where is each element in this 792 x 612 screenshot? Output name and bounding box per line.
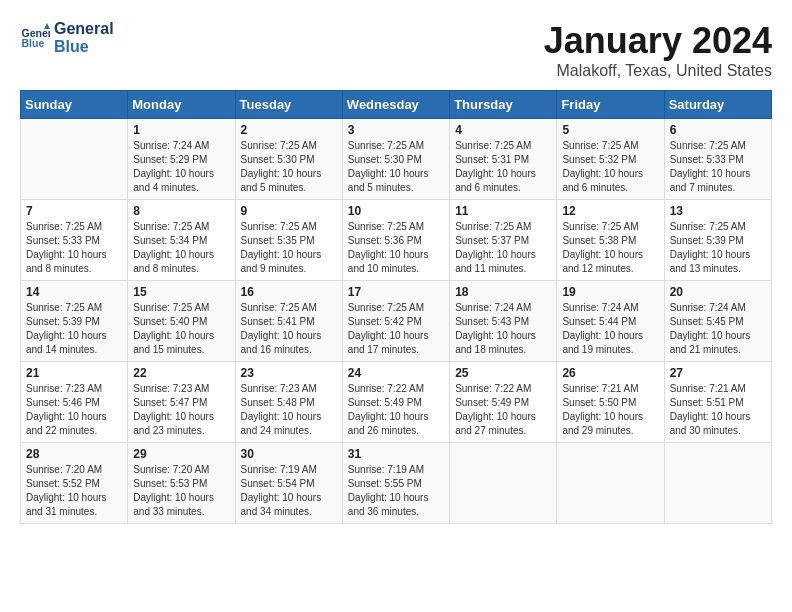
calendar-cell: 3Sunrise: 7:25 AM Sunset: 5:30 PM Daylig… [342, 119, 449, 200]
day-info: Sunrise: 7:25 AM Sunset: 5:31 PM Dayligh… [455, 139, 551, 195]
day-info: Sunrise: 7:25 AM Sunset: 5:30 PM Dayligh… [241, 139, 337, 195]
day-number: 18 [455, 285, 551, 299]
day-number: 5 [562, 123, 658, 137]
day-info: Sunrise: 7:19 AM Sunset: 5:54 PM Dayligh… [241, 463, 337, 519]
calendar-cell: 30Sunrise: 7:19 AM Sunset: 5:54 PM Dayli… [235, 443, 342, 524]
day-number: 6 [670, 123, 766, 137]
day-number: 16 [241, 285, 337, 299]
calendar-cell: 1Sunrise: 7:24 AM Sunset: 5:29 PM Daylig… [128, 119, 235, 200]
day-info: Sunrise: 7:25 AM Sunset: 5:39 PM Dayligh… [670, 220, 766, 276]
weekday-header-friday: Friday [557, 91, 664, 119]
day-number: 26 [562, 366, 658, 380]
day-info: Sunrise: 7:24 AM Sunset: 5:44 PM Dayligh… [562, 301, 658, 357]
day-number: 11 [455, 204, 551, 218]
calendar-cell: 13Sunrise: 7:25 AM Sunset: 5:39 PM Dayli… [664, 200, 771, 281]
day-info: Sunrise: 7:23 AM Sunset: 5:47 PM Dayligh… [133, 382, 229, 438]
day-number: 25 [455, 366, 551, 380]
calendar-cell: 16Sunrise: 7:25 AM Sunset: 5:41 PM Dayli… [235, 281, 342, 362]
calendar-cell: 20Sunrise: 7:24 AM Sunset: 5:45 PM Dayli… [664, 281, 771, 362]
day-info: Sunrise: 7:25 AM Sunset: 5:34 PM Dayligh… [133, 220, 229, 276]
day-number: 15 [133, 285, 229, 299]
calendar-week-row: 7Sunrise: 7:25 AM Sunset: 5:33 PM Daylig… [21, 200, 772, 281]
calendar-cell: 6Sunrise: 7:25 AM Sunset: 5:33 PM Daylig… [664, 119, 771, 200]
day-info: Sunrise: 7:24 AM Sunset: 5:45 PM Dayligh… [670, 301, 766, 357]
logo-line1: General [54, 20, 114, 38]
page-header: General Blue General Blue January 2024 M… [20, 20, 772, 80]
calendar-cell: 15Sunrise: 7:25 AM Sunset: 5:40 PM Dayli… [128, 281, 235, 362]
calendar-cell: 24Sunrise: 7:22 AM Sunset: 5:49 PM Dayli… [342, 362, 449, 443]
calendar-cell: 9Sunrise: 7:25 AM Sunset: 5:35 PM Daylig… [235, 200, 342, 281]
day-info: Sunrise: 7:19 AM Sunset: 5:55 PM Dayligh… [348, 463, 444, 519]
calendar-cell: 12Sunrise: 7:25 AM Sunset: 5:38 PM Dayli… [557, 200, 664, 281]
day-info: Sunrise: 7:25 AM Sunset: 5:42 PM Dayligh… [348, 301, 444, 357]
day-number: 21 [26, 366, 122, 380]
day-number: 10 [348, 204, 444, 218]
logo-icon: General Blue [20, 23, 50, 53]
day-number: 19 [562, 285, 658, 299]
day-info: Sunrise: 7:25 AM Sunset: 5:39 PM Dayligh… [26, 301, 122, 357]
weekday-header-wednesday: Wednesday [342, 91, 449, 119]
calendar-cell: 10Sunrise: 7:25 AM Sunset: 5:36 PM Dayli… [342, 200, 449, 281]
day-info: Sunrise: 7:23 AM Sunset: 5:46 PM Dayligh… [26, 382, 122, 438]
day-info: Sunrise: 7:25 AM Sunset: 5:37 PM Dayligh… [455, 220, 551, 276]
calendar-cell [450, 443, 557, 524]
day-number: 29 [133, 447, 229, 461]
day-number: 7 [26, 204, 122, 218]
day-number: 9 [241, 204, 337, 218]
svg-text:Blue: Blue [22, 37, 45, 49]
weekday-header-thursday: Thursday [450, 91, 557, 119]
day-info: Sunrise: 7:25 AM Sunset: 5:33 PM Dayligh… [670, 139, 766, 195]
day-number: 3 [348, 123, 444, 137]
day-info: Sunrise: 7:22 AM Sunset: 5:49 PM Dayligh… [348, 382, 444, 438]
day-number: 30 [241, 447, 337, 461]
day-info: Sunrise: 7:21 AM Sunset: 5:50 PM Dayligh… [562, 382, 658, 438]
calendar-cell: 27Sunrise: 7:21 AM Sunset: 5:51 PM Dayli… [664, 362, 771, 443]
day-info: Sunrise: 7:25 AM Sunset: 5:32 PM Dayligh… [562, 139, 658, 195]
calendar-cell [664, 443, 771, 524]
day-info: Sunrise: 7:21 AM Sunset: 5:51 PM Dayligh… [670, 382, 766, 438]
day-number: 31 [348, 447, 444, 461]
day-number: 27 [670, 366, 766, 380]
day-info: Sunrise: 7:24 AM Sunset: 5:43 PM Dayligh… [455, 301, 551, 357]
calendar-cell: 8Sunrise: 7:25 AM Sunset: 5:34 PM Daylig… [128, 200, 235, 281]
calendar-cell: 22Sunrise: 7:23 AM Sunset: 5:47 PM Dayli… [128, 362, 235, 443]
day-number: 28 [26, 447, 122, 461]
calendar-cell: 31Sunrise: 7:19 AM Sunset: 5:55 PM Dayli… [342, 443, 449, 524]
day-number: 24 [348, 366, 444, 380]
day-info: Sunrise: 7:23 AM Sunset: 5:48 PM Dayligh… [241, 382, 337, 438]
day-number: 8 [133, 204, 229, 218]
day-info: Sunrise: 7:25 AM Sunset: 5:38 PM Dayligh… [562, 220, 658, 276]
calendar-body: 1Sunrise: 7:24 AM Sunset: 5:29 PM Daylig… [21, 119, 772, 524]
calendar-cell: 18Sunrise: 7:24 AM Sunset: 5:43 PM Dayli… [450, 281, 557, 362]
day-info: Sunrise: 7:25 AM Sunset: 5:35 PM Dayligh… [241, 220, 337, 276]
calendar-cell: 7Sunrise: 7:25 AM Sunset: 5:33 PM Daylig… [21, 200, 128, 281]
weekday-header-saturday: Saturday [664, 91, 771, 119]
title-block: January 2024 Malakoff, Texas, United Sta… [544, 20, 772, 80]
day-number: 1 [133, 123, 229, 137]
calendar-cell: 23Sunrise: 7:23 AM Sunset: 5:48 PM Dayli… [235, 362, 342, 443]
calendar-subtitle: Malakoff, Texas, United States [544, 62, 772, 80]
calendar-cell: 17Sunrise: 7:25 AM Sunset: 5:42 PM Dayli… [342, 281, 449, 362]
calendar-cell: 29Sunrise: 7:20 AM Sunset: 5:53 PM Dayli… [128, 443, 235, 524]
day-number: 13 [670, 204, 766, 218]
day-number: 12 [562, 204, 658, 218]
calendar-week-row: 28Sunrise: 7:20 AM Sunset: 5:52 PM Dayli… [21, 443, 772, 524]
logo: General Blue General Blue [20, 20, 114, 56]
day-info: Sunrise: 7:22 AM Sunset: 5:49 PM Dayligh… [455, 382, 551, 438]
calendar-cell: 11Sunrise: 7:25 AM Sunset: 5:37 PM Dayli… [450, 200, 557, 281]
calendar-cell: 25Sunrise: 7:22 AM Sunset: 5:49 PM Dayli… [450, 362, 557, 443]
calendar-cell [21, 119, 128, 200]
calendar-table: SundayMondayTuesdayWednesdayThursdayFrid… [20, 90, 772, 524]
day-info: Sunrise: 7:24 AM Sunset: 5:29 PM Dayligh… [133, 139, 229, 195]
calendar-week-row: 1Sunrise: 7:24 AM Sunset: 5:29 PM Daylig… [21, 119, 772, 200]
calendar-week-row: 21Sunrise: 7:23 AM Sunset: 5:46 PM Dayli… [21, 362, 772, 443]
calendar-cell [557, 443, 664, 524]
calendar-header: SundayMondayTuesdayWednesdayThursdayFrid… [21, 91, 772, 119]
calendar-cell: 26Sunrise: 7:21 AM Sunset: 5:50 PM Dayli… [557, 362, 664, 443]
day-info: Sunrise: 7:25 AM Sunset: 5:33 PM Dayligh… [26, 220, 122, 276]
calendar-cell: 5Sunrise: 7:25 AM Sunset: 5:32 PM Daylig… [557, 119, 664, 200]
day-number: 17 [348, 285, 444, 299]
day-number: 22 [133, 366, 229, 380]
day-info: Sunrise: 7:25 AM Sunset: 5:36 PM Dayligh… [348, 220, 444, 276]
calendar-title: January 2024 [544, 20, 772, 62]
